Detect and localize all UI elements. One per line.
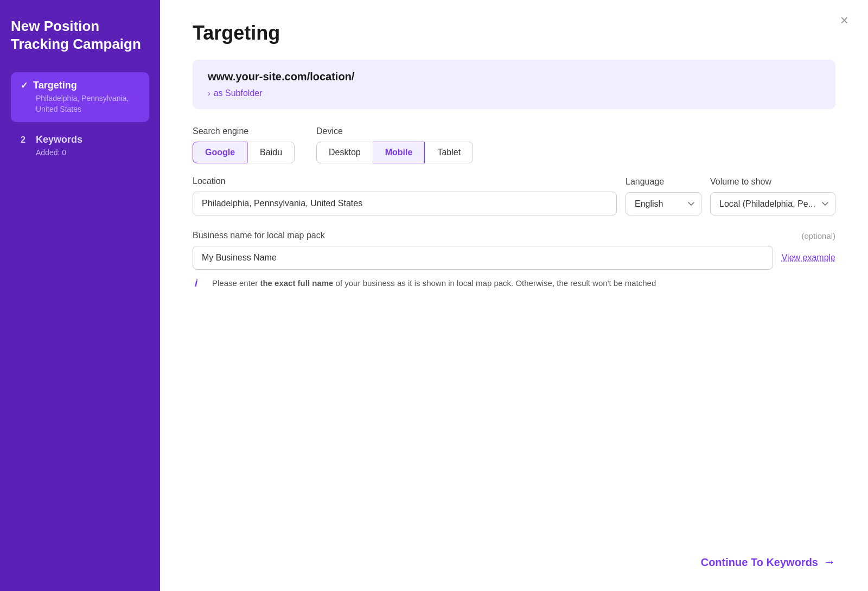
- optional-label: (optional): [801, 231, 835, 240]
- info-icon: i: [195, 278, 207, 289]
- sidebar-title: New Position Tracking Campaign: [11, 17, 149, 53]
- language-select[interactable]: English Spanish French: [626, 192, 701, 215]
- language-label: Language: [626, 177, 701, 187]
- url-value: www.your-site.com/location/: [208, 71, 820, 83]
- search-engine-label: Search engine: [193, 126, 295, 136]
- device-desktop-button[interactable]: Desktop: [316, 142, 373, 163]
- location-group: Location: [193, 176, 617, 215]
- continue-button[interactable]: Continue To Keywords →: [701, 555, 835, 569]
- device-mobile-button[interactable]: Mobile: [373, 142, 425, 163]
- device-options: Desktop Mobile Tablet: [316, 142, 473, 163]
- search-engine-group: Search engine Google Baidu: [193, 126, 295, 163]
- engine-google-button[interactable]: Google: [193, 142, 247, 163]
- business-section: Business name for local map pack (option…: [193, 231, 835, 290]
- info-text: Please enter the exact full name of your…: [212, 277, 656, 290]
- view-example-button[interactable]: View example: [782, 253, 835, 263]
- business-name-input[interactable]: [193, 246, 773, 270]
- continue-label: Continue To Keywords: [701, 556, 818, 569]
- engine-device-row: Search engine Google Baidu Device Deskto…: [193, 126, 835, 163]
- sidebar-item-targeting[interactable]: ✓ Targeting Philadelphia, Pennsylvania, …: [11, 72, 149, 122]
- volume-label: Volume to show: [710, 177, 835, 187]
- close-button[interactable]: ×: [840, 13, 848, 27]
- url-box: www.your-site.com/location/ › as Subfold…: [193, 60, 835, 109]
- business-label: Business name for local map pack: [193, 231, 325, 240]
- sidebar: New Position Tracking Campaign ✓ Targeti…: [0, 0, 160, 591]
- engine-baidu-button[interactable]: Baidu: [247, 142, 295, 163]
- continue-arrow-icon: →: [824, 555, 835, 569]
- subfolder-link[interactable]: › as Subfolder: [208, 88, 820, 98]
- sidebar-check-icon: ✓: [21, 80, 28, 91]
- page-title: Targeting: [193, 22, 835, 45]
- language-group: Language English Spanish French: [626, 177, 701, 215]
- sidebar-item-keywords-number: 2: [21, 135, 30, 145]
- device-tablet-button[interactable]: Tablet: [425, 142, 473, 163]
- location-label: Location: [193, 176, 617, 186]
- search-engine-options: Google Baidu: [193, 142, 295, 163]
- sidebar-item-keywords-sub: Added: 0: [36, 148, 139, 158]
- sidebar-item-keywords[interactable]: 2 Keywords Added: 0: [11, 126, 149, 166]
- volume-select[interactable]: Local (Philadelphia, Pe... National Glob…: [710, 192, 835, 215]
- info-box: i Please enter the exact full name of yo…: [193, 277, 835, 290]
- location-input[interactable]: [193, 192, 617, 215]
- business-input-row: View example: [193, 246, 835, 270]
- device-label: Device: [316, 126, 473, 136]
- sidebar-item-targeting-sub: Philadelphia, Pennsylvania, United State…: [36, 93, 139, 115]
- sidebar-item-targeting-label: Targeting: [33, 80, 77, 91]
- chevron-right-icon: ›: [208, 89, 210, 98]
- volume-group: Volume to show Local (Philadelphia, Pe..…: [710, 177, 835, 215]
- device-group: Device Desktop Mobile Tablet: [316, 126, 473, 163]
- subfolder-label: as Subfolder: [214, 88, 263, 98]
- main-content: × Targeting www.your-site.com/location/ …: [160, 0, 868, 591]
- sidebar-item-keywords-label: Keywords: [36, 134, 82, 145]
- business-label-row: Business name for local map pack (option…: [193, 231, 835, 240]
